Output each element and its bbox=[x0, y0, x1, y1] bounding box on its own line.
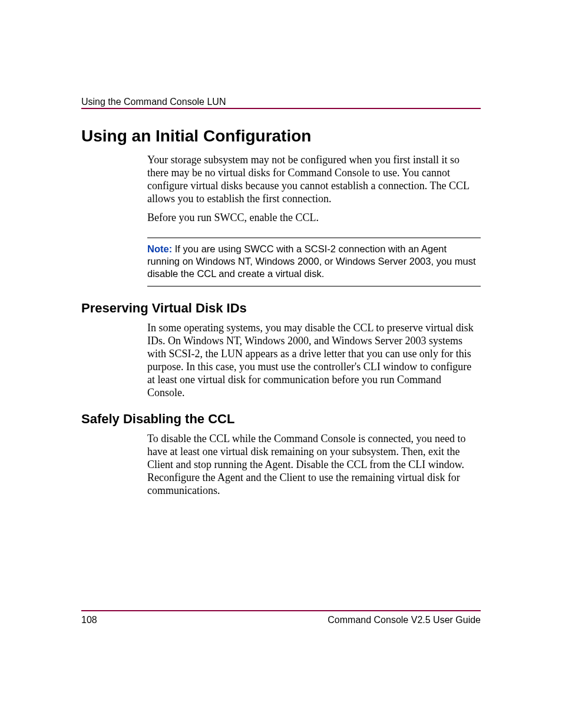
note-text: If you are using SWCC with a SCSI-2 conn… bbox=[147, 243, 476, 279]
subsection-heading: Safely Disabling the CCL bbox=[81, 411, 481, 427]
paragraph: In some operating systems, you may disab… bbox=[147, 322, 481, 400]
page-number: 108 bbox=[81, 615, 97, 625]
section-heading: Using an Initial Configuration bbox=[81, 127, 481, 146]
page-content: Using an Initial Configuration Your stor… bbox=[81, 127, 481, 509]
page-footer: 108 Command Console V2.5 User Guide bbox=[81, 615, 481, 625]
document-page: Using the Command Console LUN Using an I… bbox=[0, 0, 562, 728]
intro-block: Your storage subsystem may not be config… bbox=[147, 154, 481, 225]
note-block: Note: If you are using SWCC with a SCSI-… bbox=[147, 238, 481, 286]
note-label: Note: bbox=[147, 243, 172, 254]
subsection-disabling: Safely Disabling the CCL To disable the … bbox=[81, 411, 481, 498]
header-rule bbox=[81, 108, 481, 109]
subsection-heading: Preserving Virtual Disk IDs bbox=[81, 301, 481, 316]
paragraph: Before you run SWCC, enable the CCL. bbox=[147, 212, 481, 225]
paragraph: To disable the CCL while the Command Con… bbox=[147, 433, 481, 498]
paragraph: Your storage subsystem may not be config… bbox=[147, 154, 481, 206]
subsection-preserving: Preserving Virtual Disk IDs In some oper… bbox=[81, 301, 481, 400]
guide-title: Command Console V2.5 User Guide bbox=[328, 615, 481, 625]
footer-rule bbox=[81, 610, 481, 611]
running-header: Using the Command Console LUN bbox=[81, 97, 481, 107]
